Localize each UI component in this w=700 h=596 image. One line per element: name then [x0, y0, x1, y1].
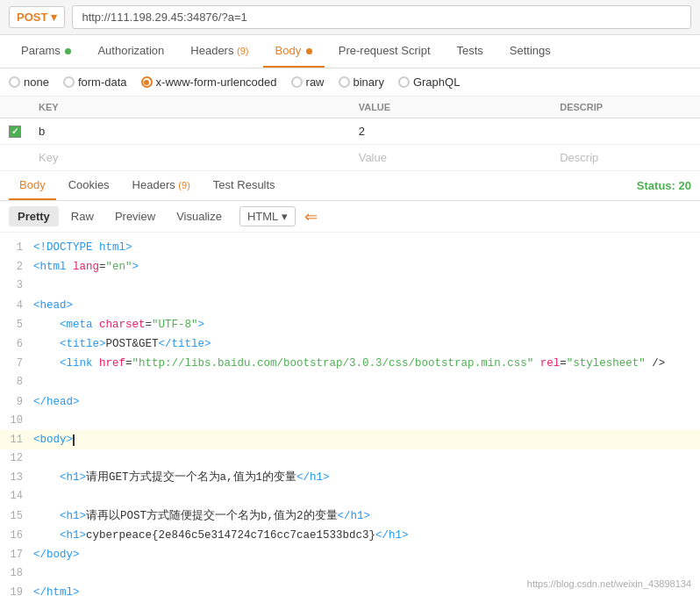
- radio-formdata-label: form-data: [78, 75, 127, 89]
- tab-body[interactable]: Body: [263, 35, 325, 68]
- radio-formdata-circle: [63, 76, 75, 88]
- btn-raw[interactable]: Raw: [62, 206, 103, 226]
- method-selector[interactable]: POST ▾: [9, 6, 65, 28]
- row2-key[interactable]: Key: [30, 145, 350, 171]
- line-content: <title>POST&GET</title>: [33, 335, 700, 353]
- code-line-2: 2<html lang="en">: [0, 257, 700, 276]
- code-line-15: 15 <h1>请再以POST方式随便提交一个名为b,值为2的变量</h1>: [0, 506, 700, 526]
- checkbox-col-header: [0, 97, 30, 118]
- radio-raw[interactable]: raw: [291, 75, 325, 89]
- method-chevron: ▾: [51, 11, 57, 24]
- code-line-9: 9</head>: [0, 392, 700, 412]
- radio-formdata[interactable]: form-data: [63, 75, 127, 89]
- tab-tests[interactable]: Tests: [445, 35, 496, 68]
- tab-authorization[interactable]: Authorization: [85, 35, 176, 68]
- row1-value[interactable]: 2: [350, 118, 552, 145]
- radio-graphql-label: GraphQL: [413, 75, 460, 89]
- result-tabs: Body Cookies Headers (9) Test Results St…: [0, 171, 700, 201]
- radio-none-label: none: [24, 75, 49, 89]
- line-number: 1: [0, 240, 33, 256]
- code-line-8: 8: [0, 373, 700, 391]
- headers-badge: (9): [237, 46, 248, 56]
- row1-checkbox-cell[interactable]: [0, 118, 30, 145]
- line-content: <!DOCTYPE html>: [33, 239, 700, 256]
- radio-raw-circle: [291, 76, 303, 88]
- result-tab-testresults[interactable]: Test Results: [203, 171, 286, 200]
- line-number: 18: [0, 565, 33, 582]
- line-number: 11: [0, 432, 33, 449]
- line-number: 13: [0, 470, 33, 486]
- line-content: <head>: [33, 297, 700, 314]
- row1-checkbox[interactable]: [9, 126, 21, 138]
- result-tab-cookies[interactable]: Cookies: [58, 171, 120, 200]
- code-line-6: 6 <title>POST&GET</title>: [0, 334, 700, 354]
- row1-desc[interactable]: [551, 118, 700, 145]
- line-number: 14: [0, 488, 33, 505]
- radio-urlencoded-circle: [141, 76, 153, 88]
- line-number: 5: [0, 317, 33, 334]
- code-line-12: 12: [0, 449, 700, 468]
- format-selector[interactable]: HTML ▾: [239, 206, 296, 226]
- row2-value[interactable]: Value: [350, 145, 552, 171]
- line-content: <h1>cyberpeace{2e846c5e314724c716cc7cae1…: [33, 527, 700, 544]
- table-row: b 2: [0, 118, 700, 145]
- radio-raw-label: raw: [306, 75, 325, 89]
- line-number: 6: [0, 336, 33, 353]
- desc-col-header: DESCRIP: [551, 97, 700, 118]
- line-content: <h1>请用GET方式提交一个名为a,值为1的变量</h1>: [33, 469, 700, 486]
- body-type-row: none form-data x-www-form-urlencoded raw…: [0, 68, 700, 97]
- request-nav-tabs: Params Authorization Headers (9) Body Pr…: [0, 35, 700, 68]
- url-bar: POST ▾: [0, 0, 700, 35]
- line-number: 17: [0, 547, 33, 564]
- radio-urlencoded[interactable]: x-www-form-urlencoded: [141, 75, 277, 89]
- line-content: <html lang="en">: [33, 258, 700, 276]
- btn-preview[interactable]: Preview: [106, 206, 164, 226]
- row2-checkbox-cell: [0, 145, 30, 171]
- line-content: </head>: [33, 393, 700, 411]
- result-headers-badge: (9): [178, 180, 189, 190]
- code-line-10: 10: [0, 412, 700, 430]
- code-line-1: 1<!DOCTYPE html>: [0, 238, 700, 257]
- radio-binary[interactable]: binary: [339, 75, 384, 89]
- line-number: 10: [0, 413, 33, 429]
- line-number: 15: [0, 508, 33, 525]
- line-number: 3: [0, 277, 33, 294]
- line-content: <h1>请再以POST方式随便提交一个名为b,值为2的变量</h1>: [33, 507, 700, 525]
- radio-graphql-circle: [398, 76, 410, 88]
- tab-headers[interactable]: Headers (9): [178, 35, 261, 68]
- tab-params[interactable]: Params: [9, 35, 83, 68]
- btn-pretty[interactable]: Pretty: [9, 206, 59, 226]
- status-badge: Status: 20: [637, 179, 691, 192]
- code-line-3: 3: [0, 276, 700, 295]
- row1-key[interactable]: b: [30, 118, 350, 145]
- text-cursor: [73, 434, 75, 446]
- btn-visualize[interactable]: Visualize: [168, 206, 231, 226]
- value-col-header: VALUE: [350, 97, 552, 118]
- format-chevron: ▾: [282, 210, 288, 223]
- tab-prerequest[interactable]: Pre-request Script: [326, 35, 443, 68]
- line-number: 8: [0, 374, 33, 391]
- code-line-19: 19</html>: [0, 583, 700, 596]
- line-number: 12: [0, 450, 33, 467]
- radio-binary-label: binary: [354, 75, 384, 89]
- code-line-18: 18: [0, 564, 700, 583]
- method-label: POST: [17, 11, 47, 24]
- tab-settings[interactable]: Settings: [497, 35, 563, 68]
- radio-graphql[interactable]: GraphQL: [398, 75, 460, 89]
- line-content: <link href="http://libs.baidu.com/bootst…: [33, 355, 700, 372]
- params-dot: [65, 48, 71, 54]
- result-tab-body[interactable]: Body: [9, 171, 56, 200]
- code-line-4: 4<head>: [0, 296, 700, 315]
- result-tab-headers[interactable]: Headers (9): [122, 171, 201, 200]
- code-line-13: 13 <h1>请用GET方式提交一个名为a,值为1的变量</h1>: [0, 468, 700, 487]
- body-dot: [306, 48, 312, 54]
- line-content: <body>: [33, 431, 700, 449]
- code-line-17: 17</body>: [0, 545, 700, 564]
- code-line-7: 7 <link href="http://libs.baidu.com/boot…: [0, 354, 700, 373]
- row2-desc[interactable]: Descrip: [551, 145, 700, 171]
- wrap-icon[interactable]: ⇐: [304, 207, 318, 226]
- code-line-11: 11<body>: [0, 430, 700, 449]
- line-content: </body>: [33, 546, 700, 564]
- radio-none[interactable]: none: [9, 75, 49, 89]
- url-input[interactable]: [72, 5, 691, 29]
